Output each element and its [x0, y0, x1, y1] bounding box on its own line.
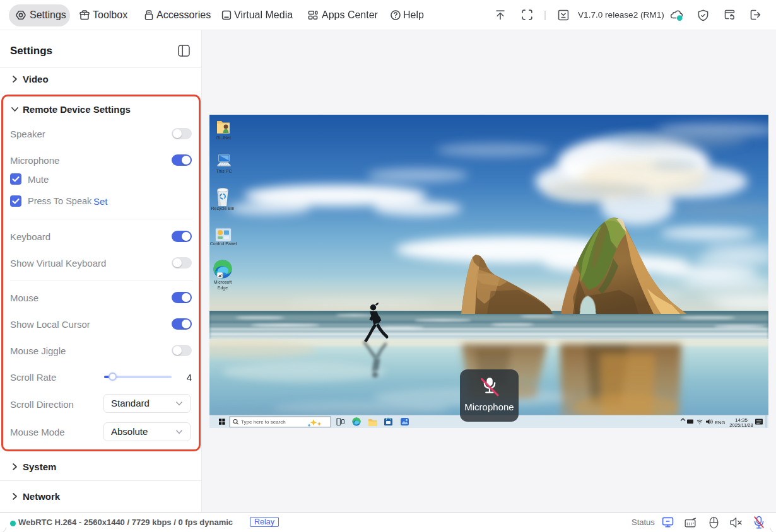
svg-text:Edge: Edge: [218, 286, 228, 291]
svg-text:Microsoft: Microsoft: [214, 280, 232, 284]
svg-text:Type here to search: Type here to search: [241, 419, 286, 425]
svg-text:ENG: ENG: [715, 420, 726, 425]
svg-text:GL.iNet: GL.iNet: [216, 136, 231, 140]
svg-text:Control Panel: Control Panel: [210, 241, 237, 246]
svg-text:Recycle Bin: Recycle Bin: [211, 206, 235, 211]
svg-text:2025/11/28: 2025/11/28: [729, 422, 753, 428]
svg-text:This PC: This PC: [216, 169, 232, 173]
